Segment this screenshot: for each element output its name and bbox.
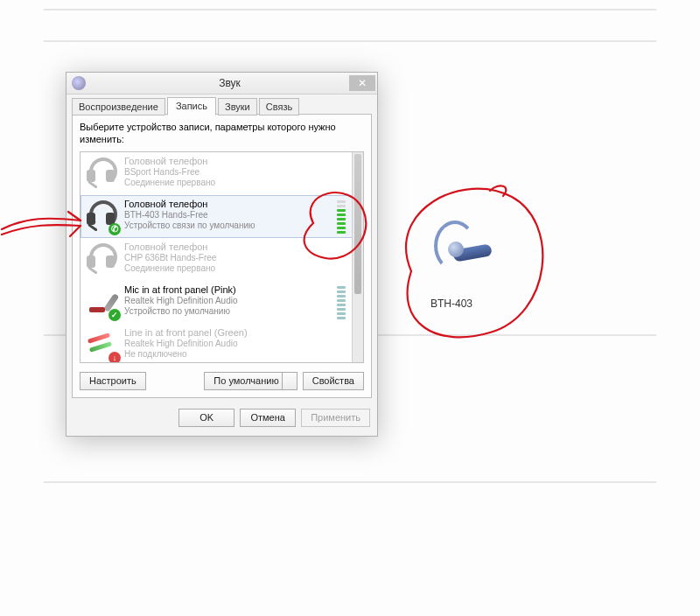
window-title: Звук: [110, 77, 349, 89]
bluetooth-headset-image: [427, 219, 497, 289]
device-name: Головной телефон: [124, 242, 349, 253]
tab-recording[interactable]: Запись: [167, 97, 216, 116]
close-icon: ✕: [358, 78, 367, 88]
device-status: Соединение прервано: [124, 178, 349, 188]
tab-comm[interactable]: Связь: [259, 98, 299, 116]
phone-badge-icon: ✆: [108, 223, 121, 235]
device-row[interactable]: ✓ Mic in at front panel (Pink) Realtek H…: [80, 281, 353, 324]
headset-icon: [87, 158, 115, 187]
instruction-text: Выберите устройство записи, параметры ко…: [80, 122, 364, 146]
set-default-label: По умолчанию: [214, 375, 278, 386]
tab-playback[interactable]: Воспроизведение: [72, 98, 165, 116]
device-row[interactable]: ↓ Line in at front panel (Green) Realtek…: [80, 324, 353, 363]
level-meter: [337, 200, 346, 234]
scrollbar-thumb[interactable]: [354, 154, 361, 294]
scrollbar[interactable]: [352, 152, 363, 362]
device-status: Соединение прервано: [124, 263, 349, 274]
level-meter: [337, 286, 346, 319]
device-list: Головной телефон BSport Hands-Free Соеди…: [80, 151, 364, 363]
tab-panel-recording: Выберите устройство записи, параметры ко…: [72, 114, 372, 398]
device-status: Устройство связи по умолчанию: [124, 220, 337, 231]
device-status: Не подключено: [124, 349, 349, 360]
device-sub: BSport Hands-Free: [124, 167, 349, 178]
device-sub: BTH-403 Hands-Free: [124, 210, 337, 220]
device-row[interactable]: Головной телефон CHP 636Bt Hands-Free Со…: [80, 238, 353, 281]
headset-icon: [87, 243, 115, 273]
device-sub: Realtek High Definition Audio: [124, 339, 349, 349]
sound-dialog: Звук ✕ Воспроизведение Запись Звуки Связ…: [66, 72, 378, 437]
tab-sounds[interactable]: Звуки: [218, 98, 257, 116]
configure-button[interactable]: Настроить: [80, 372, 146, 390]
set-default-button[interactable]: По умолчанию: [204, 372, 297, 390]
device-status: Устройство по умолчанию: [124, 306, 337, 317]
device-sub: Realtek High Definition Audio: [124, 296, 337, 306]
device-row[interactable]: Головной телефон BSport Hands-Free Соеди…: [80, 152, 353, 195]
device-row[interactable]: ✆ Головной телефон BTH-403 Hands-Free Ус…: [80, 195, 353, 238]
bluetooth-device-caption: BTH-403: [430, 298, 472, 310]
tab-strip: Воспроизведение Запись Звуки Связь: [72, 97, 372, 115]
apply-button[interactable]: Применить: [301, 409, 370, 427]
device-sub: CHP 636Bt Hands-Free: [124, 253, 349, 263]
properties-button[interactable]: Свойства: [303, 372, 364, 390]
titlebar[interactable]: Звук ✕: [66, 73, 377, 94]
cancel-button[interactable]: Отмена: [240, 409, 296, 427]
device-name: Mic in at front panel (Pink): [124, 284, 337, 296]
disabled-badge-icon: ↓: [108, 352, 121, 363]
ok-button[interactable]: OK: [178, 409, 234, 427]
check-badge-icon: ✓: [108, 309, 121, 321]
sound-sys-icon: [72, 76, 86, 90]
chevron-down-icon: [285, 380, 292, 387]
device-name: Головной телефон: [124, 156, 349, 167]
close-button[interactable]: ✕: [349, 75, 375, 91]
device-name: Головной телефон: [124, 199, 337, 210]
device-name: Line in at front panel (Green): [124, 327, 349, 339]
